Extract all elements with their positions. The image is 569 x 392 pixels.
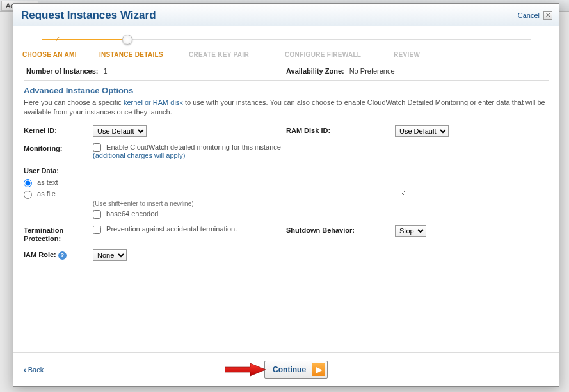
monitoring-check-label: Enable CloudWatch detailed monitoring fo… xyxy=(106,143,281,151)
modal-body: Number of Instances: 1 Availability Zone… xyxy=(13,59,559,352)
kernel-id-label: Kernel ID: xyxy=(24,125,93,134)
iam-role-select[interactable]: None xyxy=(93,249,127,261)
iam-role-label: IAM Role: ? xyxy=(24,249,93,260)
kernel-id-select[interactable]: Use Default xyxy=(93,125,147,137)
user-data-label: User Data: as text as file xyxy=(24,166,93,201)
monitoring-label: Monitoring: xyxy=(24,143,93,152)
user-data-hint: (Use shift+enter to insert a newline) xyxy=(93,200,549,207)
section-title: Advanced Instance Options xyxy=(24,86,549,95)
cancel-link[interactable]: Cancel xyxy=(518,12,540,19)
kernel-ramdisk-link[interactable]: kernel or RAM disk xyxy=(124,98,183,106)
continue-arrow-icon: ▶ xyxy=(312,363,325,376)
continue-button[interactable]: Continue ▶ xyxy=(264,361,328,379)
step-knob-icon xyxy=(122,35,132,45)
base64-checkbox[interactable] xyxy=(93,210,101,219)
back-link[interactable]: Back xyxy=(24,366,44,373)
desc-pre: Here you can choose a specific xyxy=(24,98,124,106)
ram-disk-id-label: RAM Disk ID: xyxy=(286,125,395,134)
user-data-as-file-radio[interactable] xyxy=(24,191,32,199)
additional-charges-link[interactable]: (additional charges will apply) xyxy=(93,152,185,159)
num-instances-label: Number of Instances: xyxy=(26,67,98,75)
monitoring-checkbox[interactable] xyxy=(93,143,101,152)
step-check-icon: ✓ xyxy=(54,35,60,43)
user-data-textarea[interactable] xyxy=(93,166,406,196)
user-data-as-text-radio[interactable] xyxy=(24,179,32,187)
as-file-label: as file xyxy=(37,190,56,198)
step-review: REVIEW xyxy=(394,51,550,58)
modal-title: Request Instances Wizard xyxy=(21,9,518,22)
form-block: Kernel ID: Use Default RAM Disk ID: Use … xyxy=(24,125,549,268)
shutdown-behavior-label: Shutdown Behavior: xyxy=(286,225,395,234)
step-configure-firewall: CONFIGURE FIREWALL xyxy=(285,51,394,58)
step-create-key-pair: CREATE KEY PAIR xyxy=(189,51,285,58)
modal-header: Request Instances Wizard Cancel ✕ xyxy=(13,4,559,26)
wizard-modal: Request Instances Wizard Cancel ✕ ✓ CHOO… xyxy=(13,3,559,387)
termination-protection-checkbox[interactable] xyxy=(93,226,101,234)
base64-label: base64 encoded xyxy=(106,210,158,217)
svg-marker-0 xyxy=(225,363,266,376)
as-text-label: as text xyxy=(37,178,58,186)
summary-row: Number of Instances: 1 Availability Zone… xyxy=(24,63,549,81)
availability-zone-value: No Preference xyxy=(349,67,395,75)
num-instances-value: 1 xyxy=(103,67,107,75)
modal-footer: Back Continue ▶ xyxy=(13,352,559,386)
section-description: Here you can choose a specific kernel or… xyxy=(24,98,549,118)
close-icon[interactable]: ✕ xyxy=(543,11,552,20)
shutdown-behavior-select[interactable]: Stop xyxy=(395,225,426,237)
termination-protection-check-label: Prevention against accidental terminatio… xyxy=(106,225,237,233)
ram-disk-id-select[interactable]: Use Default xyxy=(395,125,449,137)
annotation-red-arrow xyxy=(225,362,267,377)
wizard-steps: ✓ CHOOSE AN AMI INSTANCE DETAILS CREATE … xyxy=(22,35,550,58)
termination-protection-label: Termination Protection: xyxy=(24,225,93,243)
availability-zone-label: Availability Zone: xyxy=(286,67,344,75)
continue-label: Continue xyxy=(273,365,306,374)
help-icon[interactable]: ? xyxy=(58,251,67,260)
step-instance-details[interactable]: INSTANCE DETAILS xyxy=(99,51,189,58)
step-choose-ami[interactable]: CHOOSE AN AMI xyxy=(22,51,99,58)
